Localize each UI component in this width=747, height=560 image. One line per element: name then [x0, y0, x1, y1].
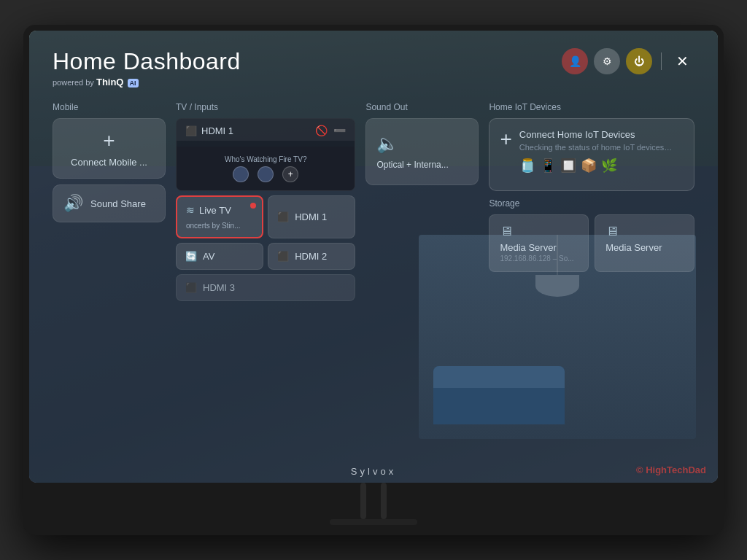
settings-icon: ⚙ — [603, 55, 612, 67]
iot-sub: Checking the status of home IoT devices… — [519, 143, 673, 152]
washer-icon: 🫙 — [519, 158, 535, 174]
av-card[interactable]: 🔄 AV — [176, 243, 263, 270]
sound-share-card[interactable]: 🔊 Sound Share — [53, 184, 166, 222]
mobile-section: Mobile + Connect Mobile ... 🔊 Sound Shar… — [53, 102, 166, 301]
stand-pole-left — [360, 483, 366, 519]
profile-add: + — [282, 166, 298, 182]
hdmi1-label-row: ⬛ HDMI 1 — [185, 125, 233, 136]
hdmi3-icon: ⬛ — [185, 282, 197, 293]
firetv-preview: Who's Watching Fire TV? + — [177, 147, 355, 190]
sound-share-label: Sound Share — [90, 198, 146, 209]
hdmi1-controls: 🚫 ➖ — [315, 125, 346, 136]
media-server-1-card[interactable]: 🖥 Media Server 192.168.86.128 – So... — [489, 214, 589, 272]
minus-icon: ➖ — [333, 125, 346, 136]
av-label: AV — [203, 251, 214, 262]
input-row-1: ≋ Live TV oncerts by Stin... ⬛ HDMI 1 — [176, 195, 355, 238]
divider — [661, 52, 662, 70]
hdmi1-text: HDMI 1 — [201, 125, 233, 136]
storage-section: Storage 🖥 Media Server 192.168.86.128 – … — [489, 198, 694, 272]
hdmi1-preview-card[interactable]: ⬛ HDMI 1 🚫 ➖ Who's Watching Fire TV? — [176, 118, 355, 191]
media-server-2-title: Media Server — [605, 242, 684, 253]
fridge-icon: 📦 — [581, 158, 597, 174]
stand-pole-right — [381, 483, 387, 519]
home-iot-section: Home IoT Devices + Connect Home IoT Devi… — [489, 102, 694, 301]
power-button[interactable]: ⏻ — [626, 48, 652, 74]
close-icon: ✕ — [676, 53, 689, 69]
stand-neck — [352, 483, 395, 519]
page-title: Home Dashboard — [53, 48, 241, 75]
powered-by-text: powered by — [53, 78, 94, 87]
sound-out-card[interactable]: 🔈 Optical + Interna... — [365, 118, 479, 185]
thinq-brand: ThinQ — [96, 77, 124, 88]
tv-stand — [29, 483, 718, 525]
header-controls: 👤 ⚙ ⏻ ✕ — [562, 48, 694, 74]
inputs-area: ⬛ HDMI 1 🚫 ➖ Who's Watching Fire TV? — [176, 118, 355, 301]
hdmi1-second-card[interactable]: ⬛ HDMI 1 — [268, 195, 355, 238]
hdmi1-header: ⬛ HDMI 1 🚫 ➖ — [177, 119, 355, 141]
dryer-icon: 📱 — [540, 158, 556, 174]
hdmi1-second-label: HDMI 1 — [295, 211, 327, 222]
connect-mobile-card[interactable]: + Connect Mobile ... — [53, 118, 166, 179]
tv-screen: Home Dashboard powered by ThinQ AI 👤 ⚙ — [29, 31, 718, 483]
livetv-header: ≋ Live TV — [186, 204, 231, 216]
tv-frame: Home Dashboard powered by ThinQ AI 👤 ⚙ — [23, 25, 724, 535]
stand-base — [330, 519, 417, 525]
mobile-label: Mobile — [53, 102, 166, 112]
hdmi3-card[interactable]: ⬛ HDMI 3 — [176, 274, 355, 301]
profile-1 — [233, 166, 249, 182]
hdmi3-label: HDMI 3 — [203, 282, 235, 293]
livetv-dot — [250, 203, 256, 209]
plant-icon: 🌿 — [601, 158, 617, 174]
media-server-1-title: Media Server — [500, 242, 578, 253]
livetv-label: Live TV — [199, 205, 231, 216]
storage-label: Storage — [489, 198, 694, 209]
media-server-1-sub: 192.168.86.128 – So... — [500, 254, 578, 262]
iot-device-icons: 🫙 📱 🔲 📦 🌿 — [519, 158, 673, 174]
iot-card[interactable]: + Connect Home IoT Devices Checking the … — [489, 118, 694, 191]
settings-button[interactable]: ⚙ — [594, 48, 620, 74]
dashboard-content: Home Dashboard powered by ThinQ AI 👤 ⚙ — [29, 31, 718, 483]
close-button[interactable]: ✕ — [670, 50, 694, 73]
user-button[interactable]: 👤 — [562, 48, 588, 74]
home-iot-label: Home IoT Devices — [489, 102, 694, 112]
signal-icon: ≋ — [186, 204, 195, 216]
title-block: Home Dashboard powered by ThinQ AI — [53, 48, 241, 88]
storage-grid: 🖥 Media Server 192.168.86.128 – So... 🖥 … — [489, 214, 694, 272]
tv-inputs-section: TV / Inputs ⬛ HDMI 1 🚫 ➖ — [176, 102, 355, 301]
ai-badge: AI — [128, 79, 139, 88]
main-panels: Mobile + Connect Mobile ... 🔊 Sound Shar… — [53, 102, 694, 301]
sound-out-section: Sound Out 🔈 Optical + Interna... — [365, 102, 479, 301]
server-icon-1: 🖥 — [500, 224, 578, 239]
plus-icon: + — [103, 129, 115, 152]
iot-title: Connect Home IoT Devices — [519, 129, 673, 140]
ac-icon: 🔲 — [560, 158, 576, 174]
sound-share-icon: 🔊 — [63, 194, 83, 213]
sound-icon: 🔈 — [376, 133, 398, 154]
livetv-sub: oncerts by Stin... — [186, 222, 240, 230]
power-icon: ⏻ — [634, 55, 644, 67]
profile-2 — [258, 166, 274, 182]
input-row-2: 🔄 AV ⬛ HDMI 2 — [176, 243, 355, 270]
hdmi-icon-2: ⬛ — [277, 211, 289, 222]
watermark: © HighTechDad — [636, 464, 706, 475]
livetv-card[interactable]: ≋ Live TV oncerts by Stin... — [176, 195, 263, 238]
user-icon: 👤 — [569, 55, 581, 67]
subtitle: powered by ThinQ AI — [53, 77, 241, 88]
connect-mobile-label: Connect Mobile ... — [71, 157, 147, 168]
hdmi2-card[interactable]: ⬛ HDMI 2 — [268, 243, 355, 270]
no-signal-icon: 🚫 — [315, 125, 328, 136]
hdmi2-label: HDMI 2 — [295, 251, 327, 262]
iot-text: Connect Home IoT Devices Checking the st… — [519, 129, 673, 174]
hdmi-icon: ⬛ — [185, 125, 197, 136]
media-server-2-card[interactable]: 🖥 Media Server — [595, 214, 694, 272]
header: Home Dashboard powered by ThinQ AI 👤 ⚙ — [53, 48, 694, 88]
firetv-profiles: + — [233, 166, 298, 182]
server-icon-2: 🖥 — [605, 224, 684, 239]
sound-out-label: Sound Out — [365, 102, 479, 112]
hdmi2-icon: ⬛ — [277, 251, 289, 262]
tv-brand: Sylvox — [351, 466, 396, 477]
iot-plus-icon: + — [500, 129, 511, 149]
av-icon: 🔄 — [185, 251, 197, 262]
firetv-question: Who's Watching Fire TV? — [225, 155, 307, 163]
sound-card-label: Optical + Interna... — [376, 160, 448, 170]
